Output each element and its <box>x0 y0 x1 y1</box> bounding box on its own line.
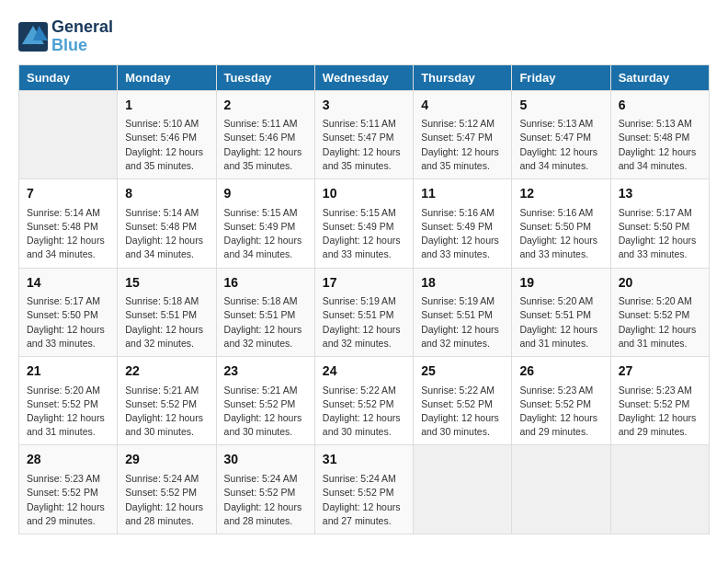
calendar-cell: 28Sunrise: 5:23 AM Sunset: 5:52 PM Dayli… <box>19 445 118 534</box>
day-number: 6 <box>619 97 701 115</box>
day-number: 4 <box>421 97 504 115</box>
day-info: Sunrise: 5:20 AM Sunset: 5:52 PM Dayligh… <box>619 294 701 350</box>
day-info: Sunrise: 5:23 AM Sunset: 5:52 PM Dayligh… <box>619 384 701 440</box>
day-info: Sunrise: 5:18 AM Sunset: 5:51 PM Dayligh… <box>224 294 307 350</box>
day-info: Sunrise: 5:13 AM Sunset: 5:48 PM Dayligh… <box>619 117 701 173</box>
day-info: Sunrise: 5:22 AM Sunset: 5:52 PM Dayligh… <box>421 384 504 440</box>
calendar-cell: 25Sunrise: 5:22 AM Sunset: 5:52 PM Dayli… <box>414 357 512 445</box>
day-number: 19 <box>519 274 602 293</box>
day-info: Sunrise: 5:16 AM Sunset: 5:50 PM Dayligh… <box>519 206 602 262</box>
day-number: 24 <box>323 362 405 381</box>
day-number: 29 <box>125 451 208 469</box>
day-info: Sunrise: 5:21 AM Sunset: 5:52 PM Dayligh… <box>125 384 208 440</box>
day-info: Sunrise: 5:24 AM Sunset: 5:52 PM Dayligh… <box>125 472 208 528</box>
day-number: 13 <box>619 185 701 203</box>
calendar-table: SundayMondayTuesdayWednesdayThursdayFrid… <box>18 64 710 534</box>
calendar-cell: 21Sunrise: 5:20 AM Sunset: 5:52 PM Dayli… <box>19 357 118 445</box>
day-info: Sunrise: 5:20 AM Sunset: 5:51 PM Dayligh… <box>519 294 602 350</box>
calendar-cell: 9Sunrise: 5:15 AM Sunset: 5:49 PM Daylig… <box>216 179 314 268</box>
calendar-cell: 7Sunrise: 5:14 AM Sunset: 5:48 PM Daylig… <box>19 179 118 268</box>
calendar-cell: 18Sunrise: 5:19 AM Sunset: 5:51 PM Dayli… <box>414 268 512 356</box>
col-header-sunday: Sunday <box>19 64 118 90</box>
calendar-cell: 27Sunrise: 5:23 AM Sunset: 5:52 PM Dayli… <box>610 357 709 445</box>
day-info: Sunrise: 5:15 AM Sunset: 5:49 PM Dayligh… <box>323 206 405 262</box>
day-info: Sunrise: 5:13 AM Sunset: 5:47 PM Dayligh… <box>519 117 602 173</box>
calendar-cell: 4Sunrise: 5:12 AM Sunset: 5:47 PM Daylig… <box>414 90 512 178</box>
day-info: Sunrise: 5:17 AM Sunset: 5:50 PM Dayligh… <box>27 294 109 350</box>
day-number: 2 <box>224 97 307 115</box>
day-number: 27 <box>619 362 701 381</box>
day-number: 25 <box>421 362 504 381</box>
day-info: Sunrise: 5:15 AM Sunset: 5:49 PM Dayligh… <box>224 206 307 262</box>
day-info: Sunrise: 5:16 AM Sunset: 5:49 PM Dayligh… <box>421 206 504 262</box>
day-info: Sunrise: 5:14 AM Sunset: 5:48 PM Dayligh… <box>27 206 109 262</box>
calendar-cell <box>414 445 512 534</box>
day-number: 31 <box>323 451 405 469</box>
day-number: 22 <box>125 362 208 381</box>
day-info: Sunrise: 5:23 AM Sunset: 5:52 PM Dayligh… <box>27 472 109 528</box>
day-info: Sunrise: 5:21 AM Sunset: 5:52 PM Dayligh… <box>224 384 307 440</box>
calendar-cell: 12Sunrise: 5:16 AM Sunset: 5:50 PM Dayli… <box>512 179 610 268</box>
calendar-cell: 1Sunrise: 5:10 AM Sunset: 5:46 PM Daylig… <box>118 90 216 178</box>
day-info: Sunrise: 5:11 AM Sunset: 5:46 PM Dayligh… <box>224 117 307 173</box>
day-number: 3 <box>323 97 405 115</box>
day-info: Sunrise: 5:22 AM Sunset: 5:52 PM Dayligh… <box>323 384 405 440</box>
day-info: Sunrise: 5:20 AM Sunset: 5:52 PM Dayligh… <box>27 384 109 440</box>
calendar-cell: 31Sunrise: 5:24 AM Sunset: 5:52 PM Dayli… <box>314 445 413 534</box>
day-number: 18 <box>421 274 504 293</box>
calendar-cell: 8Sunrise: 5:14 AM Sunset: 5:48 PM Daylig… <box>118 179 216 268</box>
calendar-cell <box>19 90 118 178</box>
week-row-1: 1Sunrise: 5:10 AM Sunset: 5:46 PM Daylig… <box>19 90 710 178</box>
col-header-friday: Friday <box>512 64 610 90</box>
day-number: 12 <box>519 185 602 203</box>
day-number: 23 <box>224 362 307 381</box>
calendar-cell: 20Sunrise: 5:20 AM Sunset: 5:52 PM Dayli… <box>610 268 709 356</box>
calendar-cell: 3Sunrise: 5:11 AM Sunset: 5:47 PM Daylig… <box>314 90 413 178</box>
day-number: 28 <box>27 451 109 469</box>
calendar-cell: 24Sunrise: 5:22 AM Sunset: 5:52 PM Dayli… <box>314 357 413 445</box>
day-number: 8 <box>125 185 208 203</box>
day-info: Sunrise: 5:18 AM Sunset: 5:51 PM Dayligh… <box>125 294 208 350</box>
col-header-wednesday: Wednesday <box>314 64 413 90</box>
logo-icon <box>18 22 48 52</box>
calendar-cell: 10Sunrise: 5:15 AM Sunset: 5:49 PM Dayli… <box>314 179 413 268</box>
col-header-thursday: Thursday <box>414 64 512 90</box>
day-number: 9 <box>224 185 307 203</box>
calendar-header-row: SundayMondayTuesdayWednesdayThursdayFrid… <box>19 64 710 90</box>
calendar-cell: 30Sunrise: 5:24 AM Sunset: 5:52 PM Dayli… <box>216 445 314 534</box>
day-info: Sunrise: 5:11 AM Sunset: 5:47 PM Dayligh… <box>323 117 405 173</box>
calendar-cell: 17Sunrise: 5:19 AM Sunset: 5:51 PM Dayli… <box>314 268 413 356</box>
calendar-cell: 19Sunrise: 5:20 AM Sunset: 5:51 PM Dayli… <box>512 268 610 356</box>
day-number: 10 <box>323 185 405 203</box>
calendar-cell: 23Sunrise: 5:21 AM Sunset: 5:52 PM Dayli… <box>216 357 314 445</box>
week-row-4: 21Sunrise: 5:20 AM Sunset: 5:52 PM Dayli… <box>19 357 710 445</box>
day-number: 1 <box>125 97 208 115</box>
calendar-cell: 15Sunrise: 5:18 AM Sunset: 5:51 PM Dayli… <box>118 268 216 356</box>
day-number: 14 <box>27 274 109 293</box>
day-info: Sunrise: 5:24 AM Sunset: 5:52 PM Dayligh… <box>224 472 307 528</box>
calendar-cell: 13Sunrise: 5:17 AM Sunset: 5:50 PM Dayli… <box>610 179 709 268</box>
calendar-cell: 14Sunrise: 5:17 AM Sunset: 5:50 PM Dayli… <box>19 268 118 356</box>
day-number: 20 <box>619 274 701 293</box>
calendar-cell: 11Sunrise: 5:16 AM Sunset: 5:49 PM Dayli… <box>414 179 512 268</box>
page-header: General Blue <box>18 18 710 55</box>
day-info: Sunrise: 5:14 AM Sunset: 5:48 PM Dayligh… <box>125 206 208 262</box>
day-number: 30 <box>224 451 307 469</box>
calendar-cell: 22Sunrise: 5:21 AM Sunset: 5:52 PM Dayli… <box>118 357 216 445</box>
day-info: Sunrise: 5:19 AM Sunset: 5:51 PM Dayligh… <box>421 294 504 350</box>
calendar-cell <box>610 445 709 534</box>
calendar-cell: 5Sunrise: 5:13 AM Sunset: 5:47 PM Daylig… <box>512 90 610 178</box>
day-info: Sunrise: 5:23 AM Sunset: 5:52 PM Dayligh… <box>519 384 602 440</box>
day-number: 15 <box>125 274 208 293</box>
calendar-cell: 2Sunrise: 5:11 AM Sunset: 5:46 PM Daylig… <box>216 90 314 178</box>
day-info: Sunrise: 5:17 AM Sunset: 5:50 PM Dayligh… <box>619 206 701 262</box>
week-row-3: 14Sunrise: 5:17 AM Sunset: 5:50 PM Dayli… <box>19 268 710 356</box>
day-number: 21 <box>27 362 109 381</box>
day-info: Sunrise: 5:12 AM Sunset: 5:47 PM Dayligh… <box>421 117 504 173</box>
col-header-tuesday: Tuesday <box>216 64 314 90</box>
day-number: 5 <box>519 97 602 115</box>
logo: General Blue <box>18 18 113 55</box>
day-info: Sunrise: 5:10 AM Sunset: 5:46 PM Dayligh… <box>125 117 208 173</box>
day-number: 16 <box>224 274 307 293</box>
week-row-5: 28Sunrise: 5:23 AM Sunset: 5:52 PM Dayli… <box>19 445 710 534</box>
